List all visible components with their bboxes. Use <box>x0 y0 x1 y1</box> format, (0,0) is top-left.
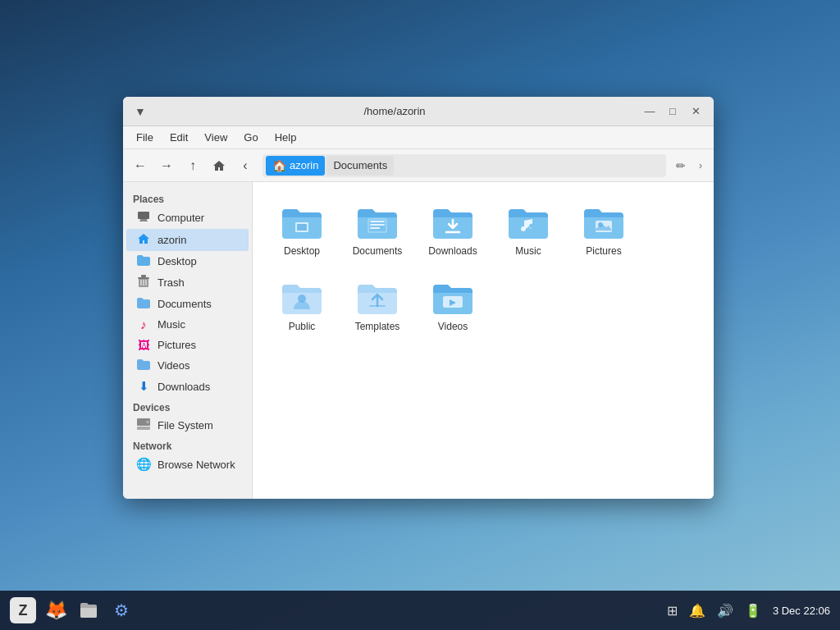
workspaces-icon[interactable]: ⊞ <box>667 603 678 619</box>
home-icon <box>136 232 151 248</box>
network-label: Network <box>123 436 252 454</box>
filesystem-icon <box>136 418 151 432</box>
next-location-button[interactable]: › <box>692 154 709 177</box>
sidebar-item-music[interactable]: ♪ Music <box>126 314 249 335</box>
zorin-menu-button[interactable]: Z <box>10 597 36 623</box>
battery-icon[interactable]: 🔋 <box>745 603 761 619</box>
up-button[interactable]: ↑ <box>180 154 205 177</box>
pictures-icon: 🖼 <box>136 338 151 352</box>
folder-music[interactable]: Music <box>492 195 564 267</box>
taskbar-left: Z 🦊 ⚙ <box>10 597 135 623</box>
folder-desktop-label: Desktop <box>284 245 320 257</box>
folder-documents-icon <box>356 206 399 242</box>
folder-templates-label: Templates <box>355 321 400 332</box>
file-grid: Desktop Documents <box>266 195 701 343</box>
documents-folder-icon <box>136 297 151 311</box>
sidebar-item-videos[interactable]: Videos <box>126 355 249 376</box>
sidebar-item-filesystem[interactable]: File System <box>126 415 249 436</box>
taskbar-right: ⊞ 🔔 🔊 🔋 3 Dec 22:06 <box>667 603 830 619</box>
sidebar-item-desktop[interactable]: Desktop <box>126 251 249 272</box>
svg-rect-15 <box>370 224 385 226</box>
sidebar-item-computer[interactable]: Computer <box>126 207 249 229</box>
folder-public-icon <box>281 281 323 317</box>
sidebar-item-documents[interactable]: Documents <box>126 294 249 314</box>
svg-rect-1 <box>140 219 147 221</box>
music-icon: ♪ <box>136 317 151 331</box>
sidebar-item-azorin-label: azorin <box>158 234 186 246</box>
files-button[interactable] <box>75 597 102 623</box>
menu-file[interactable]: File <box>130 130 160 145</box>
file-area: Desktop Documents <box>253 182 714 499</box>
menu-view[interactable]: View <box>198 130 234 145</box>
places-label: Places <box>123 189 252 207</box>
folder-templates-icon <box>356 281 399 317</box>
devices-label: Devices <box>123 397 252 415</box>
breadcrumb-home[interactable]: 🏠 azorin <box>266 156 325 176</box>
videos-folder-icon <box>136 358 151 372</box>
sidebar-item-trash[interactable]: Trash <box>126 272 249 294</box>
folder-downloads[interactable]: Downloads <box>417 195 489 267</box>
downloads-icon: ⬇ <box>136 379 151 394</box>
close-button[interactable]: ✕ <box>686 104 705 119</box>
svg-rect-2 <box>139 221 148 221</box>
volume-icon[interactable]: 🔊 <box>717 603 733 619</box>
folder-desktop-icon <box>281 206 323 242</box>
sidebar-item-pictures[interactable]: 🖼 Pictures <box>126 335 249 355</box>
svg-rect-5 <box>141 275 146 277</box>
sidebar-item-downloads[interactable]: ⬇ Downloads <box>126 376 249 397</box>
menu-help[interactable]: Help <box>268 130 304 145</box>
desktop-folder-icon <box>136 254 151 268</box>
folder-downloads-label: Downloads <box>428 245 477 257</box>
sidebar-item-documents-label: Documents <box>158 298 212 310</box>
folder-desktop[interactable]: Desktop <box>266 195 338 267</box>
main-content: Places Computer azorin Desktop <box>123 182 714 499</box>
settings-button[interactable]: ⚙ <box>108 597 135 623</box>
svg-point-10 <box>146 420 150 424</box>
sidebar-item-browse-network[interactable]: 🌐 Browse Network <box>126 454 249 475</box>
back-button[interactable]: ← <box>128 154 153 177</box>
window-controls: — □ ✕ <box>640 104 705 119</box>
edit-location-button[interactable]: ✏ <box>671 156 691 176</box>
menu-go[interactable]: Go <box>237 130 264 145</box>
svg-rect-0 <box>138 212 149 219</box>
window-title: /home/azorin <box>149 105 640 117</box>
sidebar: Places Computer azorin Desktop <box>123 182 253 499</box>
notification-icon[interactable]: 🔔 <box>689 603 705 619</box>
folder-music-label: Music <box>515 245 541 257</box>
toolbar: ← → ↑ ‹ 🏠 azorin Documents ✏ › <box>123 149 714 182</box>
folder-documents-label: Documents <box>353 245 403 257</box>
location-bar: 🏠 azorin Documents <box>262 154 666 177</box>
network-icon: 🌐 <box>136 457 151 472</box>
sidebar-item-downloads-label: Downloads <box>158 381 210 393</box>
forward-button[interactable]: → <box>154 154 179 177</box>
firefox-button[interactable]: 🦊 <box>43 597 69 623</box>
folder-documents[interactable]: Documents <box>341 195 413 267</box>
home-button[interactable] <box>207 154 231 177</box>
sidebar-item-videos-label: Videos <box>158 359 190 372</box>
sidebar-item-pictures-label: Pictures <box>158 339 196 351</box>
minimize-button[interactable]: — <box>640 104 660 119</box>
menubar: File Edit View Go Help <box>123 126 714 149</box>
sidebar-item-azorin[interactable]: azorin <box>126 229 249 251</box>
folder-pictures-icon <box>582 206 625 242</box>
folder-public[interactable]: Public <box>266 271 338 343</box>
svg-rect-11 <box>137 427 150 430</box>
svg-rect-14 <box>370 221 385 222</box>
maximize-button[interactable]: □ <box>663 104 682 119</box>
trash-icon <box>136 275 151 290</box>
folder-videos-label: Videos <box>438 321 468 332</box>
sidebar-item-filesystem-label: File System <box>158 419 213 431</box>
svg-rect-16 <box>370 227 380 229</box>
svg-rect-4 <box>138 277 149 279</box>
prev-location-button[interactable]: ‹ <box>233 154 258 177</box>
folder-videos[interactable]: Videos <box>417 271 489 343</box>
sidebar-item-music-label: Music <box>158 318 185 331</box>
menu-edit[interactable]: Edit <box>163 130 194 145</box>
folder-templates[interactable]: Templates <box>341 271 413 343</box>
folder-pictures[interactable]: Pictures <box>568 195 640 267</box>
titlebar: ▼ /home/azorin — □ ✕ <box>123 97 714 126</box>
folder-videos-icon <box>431 281 474 317</box>
titlebar-menu-button[interactable]: ▼ <box>131 103 149 121</box>
breadcrumb-documents[interactable]: Documents <box>326 156 394 176</box>
clock: 3 Dec 22:06 <box>773 605 830 617</box>
